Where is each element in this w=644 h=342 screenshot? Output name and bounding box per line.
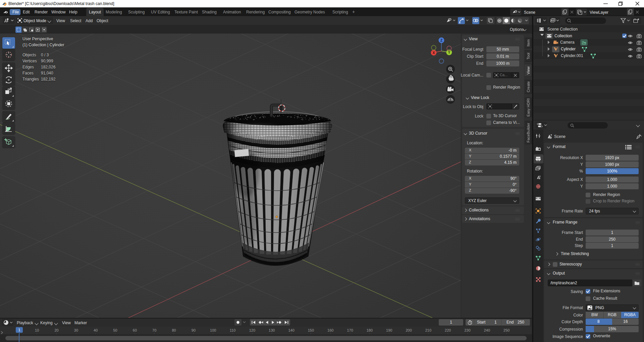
svg-text:240: 240 xyxy=(484,328,490,332)
svg-text:180: 180 xyxy=(367,328,373,332)
svg-text:250: 250 xyxy=(503,328,509,332)
svg-text:50: 50 xyxy=(113,328,117,332)
svg-text:20: 20 xyxy=(54,328,58,332)
svg-text:220: 220 xyxy=(445,328,451,332)
svg-text:170: 170 xyxy=(347,328,353,332)
svg-text:100: 100 xyxy=(210,328,216,332)
svg-text:40: 40 xyxy=(94,328,98,332)
svg-text:70: 70 xyxy=(152,328,156,332)
svg-text:210: 210 xyxy=(425,328,431,332)
svg-text:1: 1 xyxy=(18,328,20,332)
svg-text:230: 230 xyxy=(464,328,470,332)
svg-text:130: 130 xyxy=(269,328,275,332)
svg-text:110: 110 xyxy=(230,328,236,332)
svg-text:30: 30 xyxy=(74,328,78,332)
svg-text:190: 190 xyxy=(386,328,392,332)
svg-text:140: 140 xyxy=(288,328,294,332)
svg-text:Z: Z xyxy=(440,39,442,42)
svg-text:10: 10 xyxy=(35,328,39,332)
svg-text:120: 120 xyxy=(249,328,255,332)
svg-text:160: 160 xyxy=(327,328,333,332)
svg-text:150: 150 xyxy=(308,328,314,332)
svg-text:60: 60 xyxy=(133,328,137,332)
svg-text:80: 80 xyxy=(172,328,176,332)
svg-text:X: X xyxy=(433,51,435,55)
svg-text:90: 90 xyxy=(192,328,196,332)
svg-text:200: 200 xyxy=(406,328,412,332)
